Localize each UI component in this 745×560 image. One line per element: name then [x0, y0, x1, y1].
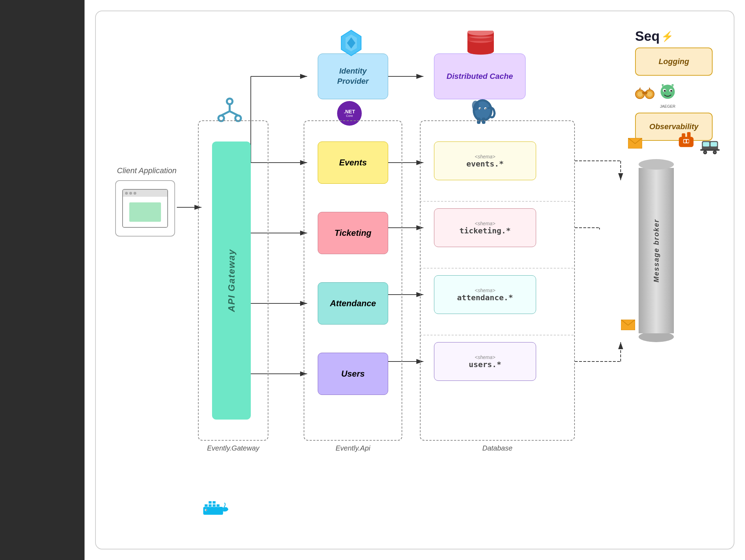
service-events-box: Events: [318, 141, 388, 184]
svg-point-41: [472, 101, 479, 111]
dotnet-core-text: Core: [346, 114, 353, 118]
service-users-box: Users: [318, 353, 388, 395]
message-broker-container: Message broker: [639, 159, 674, 342]
database-label: Database: [482, 444, 513, 452]
svg-rect-77: [205, 504, 208, 507]
seq-arrow-icon: ⚡: [661, 31, 673, 42]
svg-point-44: [480, 108, 481, 109]
service-users-label: Users: [341, 369, 365, 379]
browser-dot-2: [129, 192, 132, 195]
outer-border: Client Application: [95, 11, 734, 549]
tools-section: Seq ⚡ Logging: [635, 29, 713, 148]
seq-label: Seq: [635, 29, 660, 44]
cylinder-top: [639, 159, 674, 170]
dotnet-text: .NET: [344, 109, 355, 114]
schema-attendance-box: <shema> attendance.*: [434, 275, 536, 314]
svg-point-45: [485, 108, 486, 109]
svg-rect-66: [687, 140, 689, 143]
svg-line-28: [230, 111, 238, 115]
client-app-label: Client Application: [117, 166, 176, 175]
svg-point-55: [660, 85, 675, 99]
redis-icon: [466, 31, 496, 58]
schema-ticketing-box: <shema> ticketing.*: [434, 208, 536, 247]
browser-bar: [123, 190, 167, 197]
schema-events-prefix: <shema>: [475, 154, 495, 159]
api-gateway-text: API Gateway: [226, 249, 237, 312]
svg-point-51: [637, 92, 642, 97]
api-label: Evently.Api: [336, 444, 371, 452]
schema-events-box: <shema> events.*: [434, 141, 536, 180]
diagram-area: Client Application: [85, 0, 745, 560]
service-ticketing-box: Ticketing: [318, 212, 388, 254]
email-icon-top: [628, 138, 642, 150]
train-icon: [700, 136, 720, 157]
logging-box: Logging: [635, 48, 713, 76]
svg-rect-69: [710, 142, 717, 147]
svg-rect-80: [217, 504, 220, 507]
main-container: Client Application: [0, 0, 745, 560]
service-attendance-label: Attendance: [330, 298, 376, 308]
distributed-cache-label: Distributed Cache: [447, 71, 513, 82]
svg-line-53: [640, 88, 640, 90]
logging-label: Logging: [659, 57, 689, 66]
svg-line-27: [221, 111, 230, 115]
identity-icon: [337, 29, 365, 58]
svg-rect-74: [700, 149, 720, 151]
schema-ticketing-name: ticketing.*: [459, 226, 511, 235]
schema-ticketing-prefix: <shema>: [475, 221, 495, 226]
svg-point-72: [704, 151, 706, 153]
schema-attendance-name: attendance.*: [457, 293, 513, 302]
jaeger-icon: JAEGER: [658, 83, 677, 102]
api-gateway-box: API Gateway: [212, 141, 251, 420]
left-sidebar: [0, 0, 85, 560]
gateway-label: Evently.Gateway: [207, 444, 260, 452]
svg-line-54: [649, 88, 650, 90]
browser-dot-1: [125, 192, 128, 195]
schema-users-box: <shema> users.*: [434, 342, 536, 381]
observability-label: Observability: [649, 122, 698, 131]
client-app-box: [115, 180, 175, 237]
seq-logo: Seq ⚡: [635, 29, 713, 44]
svg-rect-50: [642, 92, 647, 94]
browser-dot-3: [134, 192, 136, 195]
svg-point-84: [206, 510, 207, 511]
browser-screen: [129, 202, 161, 222]
svg-rect-65: [684, 140, 686, 143]
svg-rect-81: [209, 501, 212, 504]
svg-rect-62: [682, 133, 685, 139]
observability-icons-row: JAEGER: [635, 83, 713, 102]
broker-cylinder: Message broker: [639, 159, 674, 342]
service-ticketing-label: Ticketing: [335, 228, 372, 238]
service-attendance-box: Attendance: [318, 282, 388, 325]
browser-content: [123, 197, 167, 227]
svg-point-52: [647, 92, 652, 97]
svg-rect-79: [212, 504, 216, 507]
svg-point-23: [227, 99, 232, 104]
email-icon-bottom: [621, 320, 635, 332]
broker-label: Message broker: [652, 219, 660, 282]
schema-attendance-prefix: <shema>: [475, 288, 495, 293]
svg-point-73: [714, 151, 716, 153]
schema-events-name: events.*: [466, 159, 504, 168]
docker-icon: [198, 496, 230, 528]
identity-provider-label: IdentityProvider: [337, 66, 368, 86]
schema-users-name: users.*: [469, 360, 502, 369]
svg-rect-68: [703, 142, 709, 147]
rabbitmq-icon: [677, 131, 695, 150]
binoculars-icon: [635, 84, 654, 101]
svg-rect-63: [687, 132, 691, 139]
svg-point-58: [664, 90, 666, 92]
svg-rect-78: [209, 504, 212, 507]
identity-provider-box: IdentityProvider: [318, 54, 388, 99]
service-events-label: Events: [339, 158, 367, 168]
cylinder-body: Message broker: [639, 168, 674, 333]
svg-rect-82: [212, 501, 216, 504]
schema-users-prefix: <shema>: [475, 354, 495, 360]
svg-point-59: [670, 90, 672, 92]
browser-icon: [122, 189, 168, 228]
distributed-cache-box: Distributed Cache: [434, 54, 526, 99]
